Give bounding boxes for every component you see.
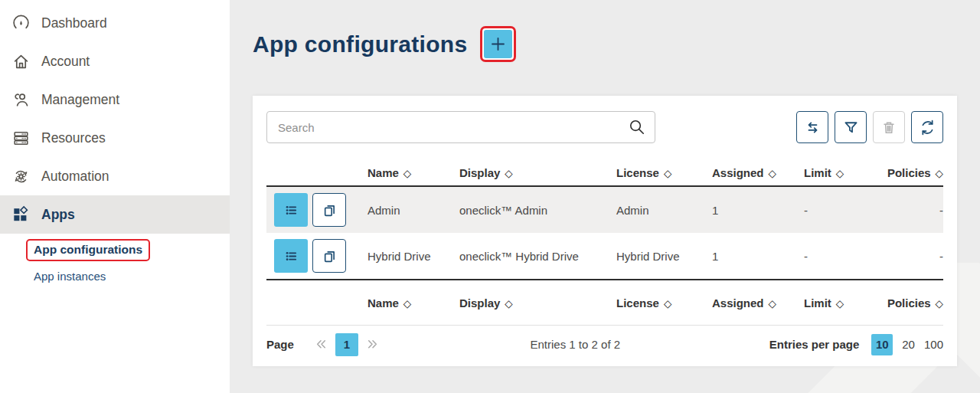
- sort-icon[interactable]: ◇: [403, 298, 411, 309]
- sidebar-subitem-app-configurations-highlight[interactable]: App configurations: [26, 239, 150, 261]
- main-content: App configurations: [230, 0, 980, 393]
- column-header-policies[interactable]: Policies◇: [877, 296, 943, 309]
- cell-license: Admin: [616, 204, 712, 217]
- app-configurations-card: Name◇ Display◇ License◇ Assigned◇ Limit◇…: [253, 96, 957, 366]
- double-chevron-right-icon: [364, 336, 381, 353]
- sidebar-item-resources[interactable]: Resources: [0, 119, 230, 157]
- cell-limit: -: [804, 204, 877, 217]
- home-icon: [11, 52, 31, 71]
- column-header-limit[interactable]: Limit◇: [804, 296, 877, 309]
- pagination-bar: Page 1 Entries 1 to 2 of 2 Entries per p…: [266, 325, 943, 363]
- delete-button[interactable]: [873, 111, 905, 143]
- cell-assigned: 1: [712, 204, 804, 217]
- sort-icon[interactable]: ◇: [505, 168, 512, 179]
- column-header-license[interactable]: License◇: [616, 296, 712, 309]
- search-field-wrap: [266, 111, 655, 143]
- sort-icon[interactable]: ◇: [936, 168, 943, 179]
- row-copy-button[interactable]: [312, 239, 346, 273]
- add-button-highlight: [480, 26, 516, 62]
- search-icon: [627, 117, 647, 137]
- cell-policies: -: [877, 204, 943, 217]
- column-header-name[interactable]: Name◇: [368, 166, 459, 179]
- column-header-display[interactable]: Display◇: [459, 296, 616, 309]
- users-icon: [11, 90, 31, 110]
- filter-button[interactable]: [835, 111, 867, 143]
- page-title: App configurations: [253, 31, 467, 57]
- add-app-configuration-button[interactable]: [484, 30, 512, 58]
- sidebar-item-account[interactable]: Account: [0, 42, 230, 80]
- next-page-button[interactable]: [364, 336, 381, 353]
- copy-icon: [320, 247, 339, 266]
- cell-name: Admin: [368, 204, 459, 217]
- gauge-icon: [11, 14, 31, 33]
- sort-icon[interactable]: ◇: [769, 168, 776, 179]
- cell-license: Hybrid Drive: [616, 250, 712, 263]
- server-icon: [11, 129, 31, 148]
- page-size-option-100[interactable]: 100: [924, 338, 943, 351]
- filter-icon: [841, 118, 861, 137]
- row-details-button[interactable]: [274, 193, 308, 227]
- page-label: Page: [266, 338, 294, 351]
- entries-info: Entries 1 to 2 of 2: [381, 338, 769, 351]
- table-header: Name◇ Display◇ License◇ Assigned◇ Limit◇…: [266, 159, 943, 187]
- page-size-option-10[interactable]: 10: [871, 334, 893, 355]
- sidebar-item-label: Resources: [41, 130, 106, 146]
- sidebar-item-dashboard[interactable]: Dashboard: [0, 4, 230, 42]
- column-header-name[interactable]: Name◇: [368, 296, 459, 309]
- column-header-assigned[interactable]: Assigned◇: [712, 296, 804, 309]
- sort-icon[interactable]: ◇: [664, 298, 671, 309]
- row-copy-button[interactable]: [312, 193, 346, 227]
- list-details-icon: [282, 201, 301, 220]
- sidebar-item-apps[interactable]: Apps: [0, 195, 230, 234]
- sort-icon[interactable]: ◇: [664, 168, 671, 179]
- sidebar-item-label: Apps: [41, 207, 75, 223]
- plus-icon: [490, 36, 506, 52]
- column-header-display[interactable]: Display◇: [459, 166, 616, 179]
- trash-icon: [880, 118, 898, 136]
- cell-display: oneclick™ Admin: [459, 204, 616, 217]
- cell-assigned: 1: [712, 250, 804, 263]
- swap-columns-button[interactable]: [796, 111, 828, 143]
- sort-icon[interactable]: ◇: [769, 298, 776, 309]
- sidebar-item-automation[interactable]: Automation: [0, 157, 230, 195]
- search-input[interactable]: [266, 111, 655, 143]
- copy-icon: [320, 201, 339, 220]
- sort-icon[interactable]: ◇: [505, 298, 512, 309]
- page-size-option-20[interactable]: 20: [902, 338, 915, 351]
- current-page-button[interactable]: 1: [335, 333, 358, 356]
- sidebar-item-label: Management: [41, 92, 119, 108]
- column-header-policies[interactable]: Policies◇: [877, 166, 943, 179]
- cell-name: Hybrid Drive: [368, 250, 459, 263]
- sidebar-subitem-label: App instances: [34, 270, 106, 283]
- refresh-button[interactable]: [911, 111, 943, 143]
- double-chevron-left-icon: [312, 336, 330, 353]
- row-details-button[interactable]: [274, 239, 308, 273]
- column-header-limit[interactable]: Limit◇: [804, 166, 877, 179]
- table-row: Hybrid Drive oneclick™ Hybrid Drive Hybr…: [266, 233, 943, 279]
- table-row: Admin oneclick™ Admin Admin 1 - -: [266, 187, 943, 233]
- apps-icon: [11, 205, 31, 224]
- sort-icon[interactable]: ◇: [936, 298, 943, 309]
- cell-display: oneclick™ Hybrid Drive: [459, 250, 616, 263]
- apps-subnav: App configurations App instances: [0, 234, 230, 283]
- table-footer-header: Name◇ Display◇ License◇ Assigned◇ Limit◇…: [266, 279, 943, 325]
- sort-icon[interactable]: ◇: [836, 298, 844, 309]
- sidebar: Dashboard Account Management: [0, 0, 230, 393]
- cell-policies: -: [877, 250, 943, 263]
- sidebar-item-label: Dashboard: [41, 15, 107, 31]
- refresh-icon: [918, 118, 937, 137]
- previous-page-button[interactable]: [312, 336, 330, 353]
- sort-icon[interactable]: ◇: [403, 168, 411, 179]
- sidebar-subitem-app-instances[interactable]: App instances: [34, 270, 230, 283]
- sidebar-item-label: Account: [41, 54, 90, 70]
- entries-per-page-label: Entries per page: [769, 338, 860, 351]
- swap-arrows-icon: [803, 118, 822, 137]
- column-header-license[interactable]: License◇: [616, 166, 712, 179]
- column-header-assigned[interactable]: Assigned◇: [712, 166, 804, 179]
- automation-icon: [11, 167, 31, 186]
- list-details-icon: [282, 247, 301, 266]
- sort-icon[interactable]: ◇: [836, 168, 844, 179]
- sidebar-subitem-label: App configurations: [34, 243, 142, 256]
- cell-limit: -: [804, 250, 877, 263]
- sidebar-item-management[interactable]: Management: [0, 80, 230, 119]
